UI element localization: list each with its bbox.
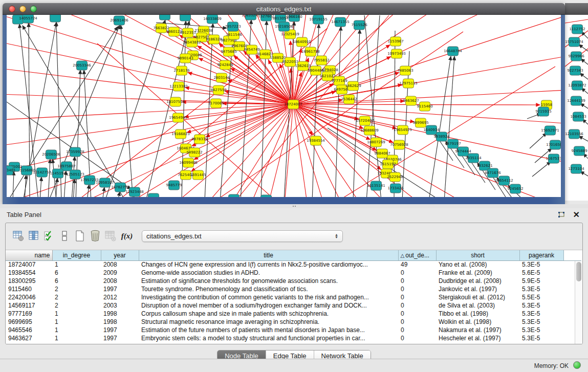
table-row[interactable]: 977716911998Corpus callosum shape and si… [6, 310, 581, 318]
table-cell[interactable]: Franke et al. (2009) [436, 269, 519, 277]
table-cell[interactable]: 9463627 [6, 334, 52, 342]
table-cell[interactable]: 5.3E-5 [519, 326, 563, 334]
table-cell[interactable]: 49 [398, 260, 436, 269]
table-row[interactable]: 946362711997Embryonic stem cells: a mode… [6, 334, 581, 342]
table-cell[interactable]: 5.3E-5 [519, 260, 563, 269]
table-cell[interactable]: 5.3E-5 [519, 301, 563, 310]
table-cell[interactable]: 6 [52, 277, 101, 285]
table-cell[interactable]: Stergiakouli et al. (2012) [436, 293, 519, 301]
table-cell[interactable]: 9465546 [6, 326, 52, 334]
table-cell[interactable]: 1 [52, 318, 101, 326]
table-cell[interactable]: 2008 [101, 277, 139, 285]
table-cell[interactable]: Wolkin et al. (1998) [436, 318, 519, 326]
window-titlebar[interactable]: citations_edges.txt [3, 3, 565, 15]
table-cell[interactable]: 2 [52, 285, 101, 293]
table-cell[interactable]: Corpus callosum shape and size in male p… [139, 310, 398, 318]
table-cell[interactable]: Yano et al. (2008) [436, 260, 519, 269]
table-settings-icon[interactable] [11, 228, 26, 244]
column-edit-icon[interactable] [26, 228, 41, 244]
network-view-canvas[interactable]: 7663822986012389123532322603898275051654… [7, 15, 561, 197]
table-cell[interactable]: 2003 [101, 301, 139, 310]
table-cell[interactable]: 2008 [101, 260, 139, 269]
table-row[interactable]: 911546021997Tourette syndrome. Phenomeno… [6, 285, 581, 293]
table-cell[interactable]: de Silva et al. (2003) [436, 301, 519, 310]
table-cell[interactable]: 0 [398, 318, 436, 326]
table-cell[interactable]: 5.6E-5 [519, 269, 563, 277]
table-cell[interactable]: 0 [398, 326, 436, 334]
table-cell[interactable]: 1997 [101, 334, 139, 342]
table-cell[interactable]: 6 [52, 269, 101, 277]
table-cell[interactable]: 0 [398, 310, 436, 318]
delete-table-icon[interactable] [88, 228, 103, 244]
table-cell[interactable]: 5.9E-5 [519, 277, 563, 285]
table-cell[interactable]: Estimation of the future numbers of pati… [139, 326, 398, 334]
table-cell[interactable]: 9115460 [6, 285, 52, 293]
table-cell[interactable]: 18724007 [6, 260, 52, 269]
table-cell[interactable]: 9699695 [6, 318, 52, 326]
table-cell[interactable]: 9777169 [6, 310, 52, 318]
select-all-rows-icon[interactable] [41, 228, 57, 244]
table-row[interactable]: 2242004622012Investigating the contribut… [6, 293, 581, 301]
table-row[interactable]: 1456911722003Disruption of a novel membe… [6, 301, 581, 310]
table-cell[interactable]: Embryonic stem cells: a model to study s… [139, 334, 398, 342]
column-header-in_degree[interactable]: in_degree [52, 250, 101, 260]
table-cell[interactable]: 14569117 [6, 301, 52, 310]
table-vertical-scrollbar[interactable] [575, 261, 582, 344]
table-row[interactable]: 969969511998Structural magnetic resonanc… [6, 318, 581, 326]
table-cell[interactable]: Investigating the contribution of common… [139, 293, 398, 301]
table-cell[interactable]: 0 [398, 269, 436, 277]
table-cell[interactable]: 1 [52, 260, 101, 269]
table-row[interactable]: 1872400712008Changes of HCN gene express… [6, 260, 581, 269]
table-cell[interactable]: Disruption of a novel member of a sodium… [139, 301, 398, 310]
column-header-name[interactable]: name [6, 250, 52, 260]
table-cell[interactable]: 0 [398, 285, 436, 293]
table-cell[interactable]: Dudbridge et al. (2008) [436, 277, 519, 285]
column-header-short[interactable]: short [436, 250, 519, 260]
table-cell[interactable]: 5.3E-5 [519, 318, 563, 326]
table-cell[interactable]: 5.3E-5 [519, 334, 563, 342]
table-cell[interactable]: Jankovic et al. (1997) [436, 285, 519, 293]
table-cell[interactable]: Structural magnetic resonance image aver… [139, 318, 398, 326]
memory-ok-indicator[interactable] [573, 361, 581, 369]
create-table-icon[interactable] [72, 228, 88, 244]
table-cell[interactable]: 22420046 [6, 293, 52, 301]
table-cell[interactable]: 0 [398, 293, 436, 301]
table-cell[interactable]: Genome-wide association studies in ADHD. [139, 269, 398, 277]
table-cell[interactable]: Changes of HCN gene expression and I(f) … [139, 260, 398, 269]
table-cell[interactable]: 2 [52, 301, 101, 310]
close-panel-icon[interactable]: ✕ [573, 210, 580, 220]
table-cell[interactable]: 1 [52, 310, 101, 318]
table-cell[interactable]: 1998 [101, 318, 139, 326]
column-header-year[interactable]: year [101, 250, 139, 260]
table-cell[interactable]: 5.3E-5 [519, 285, 563, 293]
float-panel-icon[interactable] [557, 211, 565, 219]
table-cell[interactable]: 1997 [101, 326, 139, 334]
table-cell[interactable]: 0 [398, 301, 436, 310]
table-cell[interactable]: Estimation of significance thresholds fo… [139, 277, 398, 285]
column-header-pagerank[interactable]: pagerank [519, 250, 563, 260]
table-cell[interactable]: 2009 [101, 269, 139, 277]
table-cell[interactable]: Nakamura et al. (1997) [436, 326, 519, 334]
table-cell[interactable]: 0 [398, 277, 436, 285]
table-cell[interactable]: 0 [398, 334, 436, 342]
unselect-rows-icon[interactable] [57, 228, 72, 244]
table-cell[interactable]: 5.5E-5 [519, 293, 563, 301]
function-builder-icon[interactable]: f(x) [118, 232, 136, 240]
column-header-out_de[interactable]: △out_de... [398, 250, 436, 260]
scrollbar-thumb[interactable] [576, 262, 581, 281]
table-cell[interactable]: 1998 [101, 310, 139, 318]
table-cell[interactable]: 19384554 [6, 269, 52, 277]
column-header-title[interactable]: title [139, 250, 398, 260]
table-cell[interactable]: 5.3E-5 [519, 310, 563, 318]
table-cell[interactable]: 2 [52, 293, 101, 301]
table-row[interactable]: 946554611997Estimation of the future num… [6, 326, 581, 334]
table-select-dropdown[interactable]: citations_edges.txt ▲▼ [142, 230, 343, 242]
table-cell[interactable]: Tibbo et al. (1998) [436, 310, 519, 318]
table-row[interactable]: 1938455462009Genome-wide association stu… [6, 269, 581, 277]
table-cell[interactable]: 18300295 [6, 277, 52, 285]
table-row[interactable]: 1830029562008Estimation of significance … [6, 277, 581, 285]
table-cell[interactable]: Hescheler et al. (1997) [436, 334, 519, 342]
table-cell[interactable]: 1997 [101, 285, 139, 293]
table-cell[interactable]: 1 [52, 326, 101, 334]
table-cell[interactable]: 1 [52, 334, 101, 342]
